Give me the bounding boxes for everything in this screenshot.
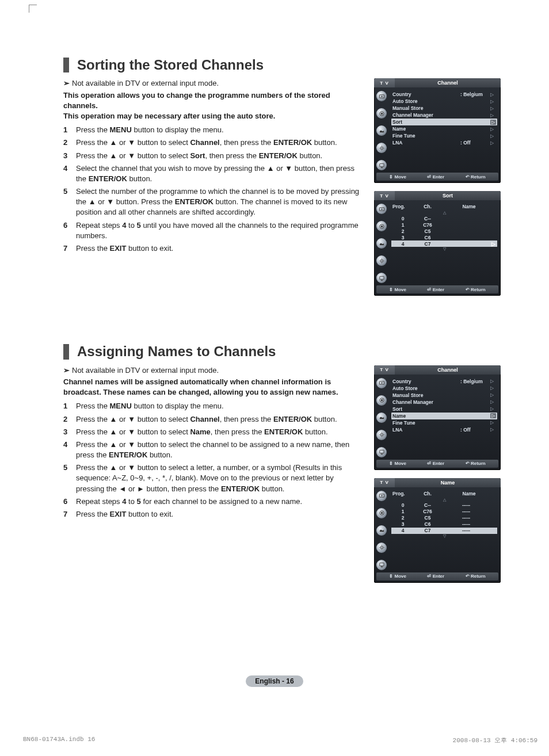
step-item: 7Press the EXIT button to exit. [63, 509, 364, 520]
steps-list: 1Press the MENU button to display the me… [63, 125, 364, 254]
osd-title: Channel [395, 365, 501, 375]
step-text: Select the channel that you wish to move… [76, 163, 364, 184]
table-row: 2C5----- [391, 515, 497, 521]
section-naming: Assigning Names to Channels ➢Not availab… [63, 344, 501, 590]
step-text: Press the ▲ or ▼ button to select Name, … [76, 427, 364, 437]
osd-title: Channel [395, 78, 501, 87]
table-header: Prog.Ch.Name [391, 204, 497, 209]
sound-icon [376, 221, 387, 231]
svg-rect-23 [379, 563, 383, 567]
menu-item: LNA: Off▷ [391, 426, 497, 433]
note-text: Not available in DTV or external input m… [72, 79, 219, 87]
setup-icon [376, 255, 387, 266]
scroll-up-icon: △ [391, 498, 497, 502]
step-item: 6Repeat steps 4 to 5 for each channel to… [63, 497, 364, 507]
picture-icon [376, 378, 387, 388]
picture-icon [376, 91, 387, 101]
osd-menu-list: Country: Belgium▷Auto Store▷Manual Store… [389, 375, 501, 457]
step-item: 4Select the channel that you wish to mov… [63, 163, 364, 184]
picture-icon [376, 491, 387, 501]
step-text: Press the MENU button to display the men… [76, 401, 364, 411]
osd-icon-column [374, 375, 389, 457]
table-row: 3C6----- [391, 521, 497, 528]
osd-channel-menu: T VChannelCountry: Belgium▷Auto Store▷Ma… [374, 78, 501, 183]
steps-list: 1Press the MENU button to display the me… [63, 401, 364, 520]
page-badge: English - 16 [246, 675, 303, 687]
step-number: 7 [63, 509, 76, 520]
menu-item: Manual Store▷ [391, 105, 497, 112]
chevron-right-icon: ▷ [490, 120, 496, 125]
intro-text-2: This operation may be necessary after us… [63, 111, 364, 121]
osd-title: Sort [395, 191, 501, 200]
osd-icon-column [374, 87, 389, 170]
chevron-right-icon: ▷ [490, 399, 496, 404]
menu-item: Name▷ [391, 413, 497, 419]
chevron-right-icon: ▷ [490, 392, 496, 398]
step-number: 4 [63, 163, 76, 184]
chevron-right-icon: ▷ [490, 241, 496, 247]
chevron-right-icon: ▷ [490, 127, 496, 132]
chevron-right-icon: ▷ [490, 420, 496, 425]
svg-marker-1 [381, 96, 383, 97]
svg-point-16 [380, 434, 383, 436]
hint-enter: ⏎ Enter [427, 461, 444, 466]
step-item: 4Press the ▲ or ▼ button to select the c… [63, 440, 364, 460]
osd-tab: T V [374, 191, 395, 200]
step-number: 2 [63, 414, 76, 425]
chevron-right-icon: ▷ [490, 133, 496, 139]
chevron-right-icon: ▷ [490, 106, 496, 111]
chevron-right-icon: ▷ [490, 140, 496, 146]
step-item: 5Select the number of the programme to w… [63, 186, 364, 218]
hint-return: ↶ Return [466, 287, 486, 292]
step-text: Press the ▲ or ▼ button to select Channe… [76, 414, 364, 425]
input-icon [376, 273, 387, 283]
step-text: Press the ▲ or ▼ button to select Sort, … [76, 151, 364, 161]
menu-item: Auto Store▷ [391, 98, 497, 105]
step-text: Select the number of the programme to wh… [76, 186, 364, 218]
step-number: 3 [63, 151, 76, 161]
note-arrow-icon: ➢ [63, 366, 70, 375]
channel-icon [376, 525, 387, 536]
osd-tab: T V [374, 478, 395, 487]
hint-return: ↶ Return [466, 174, 486, 180]
section1-text: ➢Not available in DTV or external input … [63, 78, 364, 304]
osd-header: T VChannel [374, 78, 501, 87]
sound-icon [376, 395, 387, 406]
menu-item: Channel Manager▷ [391, 399, 497, 406]
step-number: 6 [63, 220, 76, 241]
step-item: 6Repeat steps 4 to 5 until you have move… [63, 220, 364, 241]
scroll-down-icon: ▽ [391, 247, 497, 251]
setup-icon [376, 430, 387, 440]
svg-point-10 [380, 260, 383, 262]
svg-point-22 [380, 547, 383, 549]
step-text: Repeat steps 4 to 5 for each channel to … [76, 497, 364, 507]
svg-point-21 [381, 512, 383, 514]
setup-icon [376, 543, 387, 553]
page-footer: English - 16 [0, 675, 549, 687]
scroll-down-icon: ▽ [391, 534, 497, 539]
setup-icon [376, 143, 387, 153]
menu-item: Fine Tune▷ [391, 419, 497, 426]
hint-move: ⇕ Move [389, 574, 406, 579]
svg-marker-13 [381, 382, 383, 384]
hint-move: ⇕ Move [389, 174, 406, 180]
step-item: 1Press the MENU button to display the me… [63, 401, 364, 411]
chevron-right-icon: ▷ [490, 379, 496, 384]
step-item: 3Press the ▲ or ▼ button to select Sort,… [63, 151, 364, 161]
osd-header: T VChannel [374, 365, 501, 375]
chevron-right-icon: ▷ [490, 99, 496, 104]
picture-icon [376, 204, 387, 214]
menu-item: Sort▷ [391, 119, 497, 125]
step-number: 7 [63, 243, 76, 254]
menu-item: Auto Store▷ [391, 385, 497, 392]
intro-text: This operation allows you to change the … [63, 90, 364, 111]
scroll-up-icon: △ [391, 211, 497, 215]
osd-title: Name [395, 478, 501, 487]
osd-table: T VSortProg.Ch.Name△0C--1C762C53C64C7▷▽⇕… [374, 191, 501, 296]
osd-footer: ⇕ Move⏎ Enter↶ Return [376, 285, 498, 293]
svg-rect-5 [379, 163, 383, 167]
osd-footer: ⇕ Move⏎ Enter↶ Return [376, 572, 498, 581]
hint-enter: ⏎ Enter [427, 574, 444, 579]
table-row: 0C------- [391, 502, 497, 509]
hint-enter: ⏎ Enter [427, 174, 444, 180]
